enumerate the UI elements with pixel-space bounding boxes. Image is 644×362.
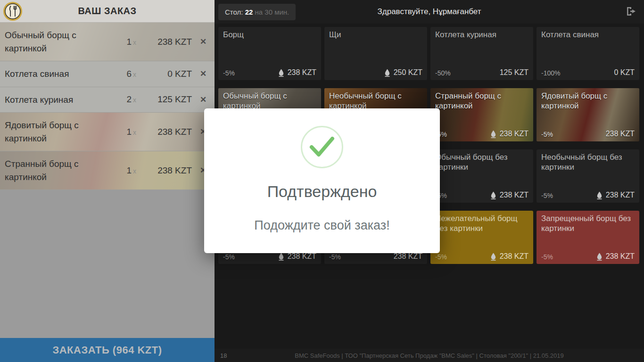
- times-icon: x: [133, 96, 136, 104]
- order-item: Обычный борщ с картинкой 1x 238 KZT ✕: [0, 23, 215, 61]
- item-price: 238 KZT: [136, 127, 192, 137]
- drop-icon: [490, 253, 496, 261]
- times-icon: x: [133, 167, 136, 175]
- price-label: 238 KZT: [490, 191, 528, 199]
- card-price-row: -5% 238 KZT: [541, 252, 635, 261]
- item-price: 0 KZT: [136, 69, 192, 79]
- drop-icon: [596, 253, 603, 261]
- drop-icon: [490, 130, 496, 138]
- logout-icon: [626, 6, 638, 17]
- confirmation-modal: Подтверждено Подождите свой заказ!: [204, 108, 440, 253]
- table-duration: на 30 мин.: [253, 8, 289, 16]
- card-price-row: 250 KZT: [329, 68, 422, 77]
- restaurant-logo-icon: [3, 1, 23, 21]
- menu-card[interactable]: Ядовитый борщ с картинкой -5% 238 KZT: [537, 88, 639, 141]
- item-name: Котлета куриная: [0, 93, 109, 107]
- card-price-row: -5% 238 KZT: [435, 252, 528, 261]
- order-item: Котлета свиная 6x 0 KZT ✕: [0, 61, 215, 87]
- price-label: 250 KZT: [384, 68, 422, 77]
- item-name: Странный борщ с картинкой: [0, 157, 109, 183]
- order-panel-title: ВАШ ЗАКАЗ: [78, 6, 136, 16]
- item-quantity: 6x: [109, 69, 136, 79]
- item-price: 238 KZT: [136, 165, 192, 176]
- price-label: 238 KZT: [278, 252, 316, 261]
- card-price-row: -50% 125 KZT: [435, 68, 528, 77]
- app-window: ВАШ ЗАКАЗ Обычный борщ с картинкой 1x 23…: [0, 0, 644, 362]
- table-label: Стол:: [225, 8, 245, 16]
- menu-card[interactable]: Обычный борщ без картинки -5% 238 KZT: [430, 149, 533, 203]
- card-price-row: -100% 0 KZT: [541, 68, 635, 77]
- order-item: Котлета куриная 2x 125 KZT ✕: [0, 87, 215, 113]
- discount-badge: -5%: [435, 253, 447, 261]
- card-price-row: -5% 238 KZT: [541, 191, 635, 199]
- drop-icon: [278, 253, 284, 261]
- order-item: Странный борщ с картинкой 1x 238 KZT ✕: [0, 151, 215, 190]
- discount-badge: -50%: [435, 69, 451, 77]
- item-price: 238 KZT: [136, 37, 192, 47]
- item-quantity: 2x: [109, 94, 136, 105]
- discount-badge: -100%: [541, 69, 560, 77]
- item-price: 125 KZT: [136, 94, 192, 105]
- times-icon: x: [133, 71, 136, 78]
- menu-card[interactable]: Борщ -5% 238 KZT: [218, 27, 321, 80]
- menu-card[interactable]: Щи 250 KZT: [324, 27, 427, 80]
- price-label: 125 KZT: [500, 68, 528, 77]
- discount-badge: -5%: [541, 192, 553, 199]
- card-price-row: -5% 238 KZT: [223, 68, 316, 77]
- price-label: 238 KZT: [490, 252, 528, 261]
- card-price-row: -5% 238 KZT: [435, 130, 528, 138]
- modal-subtitle: Подождите свой заказ!: [254, 218, 389, 233]
- discount-badge: -5%: [541, 131, 553, 138]
- topbar: Стол: 22 на 30 мин. Здравствуйте, Нұрмағ…: [215, 0, 644, 24]
- card-title: Нежелательный борщ без картинки: [435, 214, 528, 233]
- item-name: Котлета свиная: [0, 67, 109, 81]
- card-title: Котлета куриная: [435, 30, 528, 40]
- card-price-row: -5% 238 KZT: [329, 252, 422, 261]
- menu-card[interactable]: Странный борщ с картинкой -5% 238 KZT: [430, 88, 533, 141]
- drop-icon: [596, 191, 603, 199]
- order-panel-header: ВАШ ЗАКАЗ: [0, 0, 215, 23]
- order-items-list: Обычный борщ с картинкой 1x 238 KZT ✕ Ко…: [0, 23, 215, 190]
- card-title: Необычный борщ без картинки: [541, 153, 635, 172]
- item-quantity: 1x: [109, 127, 136, 137]
- card-price-row: -5% 238 KZT: [541, 130, 635, 138]
- order-item: Ядовитый борщ с картинкой 1x 238 KZT ✕: [0, 113, 215, 151]
- modal-title: Подтверждено: [267, 182, 377, 201]
- item-quantity: 1x: [109, 37, 136, 47]
- discount-badge: -5%: [223, 253, 235, 261]
- submit-order-button[interactable]: ЗАКАЗАТЬ (964 KZT): [0, 338, 215, 362]
- card-title: Обычный борщ без картинки: [435, 153, 528, 172]
- remove-item-button[interactable]: ✕: [192, 37, 215, 47]
- logout-button[interactable]: [625, 6, 638, 18]
- discount-badge: -5%: [329, 253, 341, 261]
- menu-card[interactable]: Необычный борщ без картинки -5% 238 KZT: [537, 149, 639, 203]
- footer: 18 BMC SafeFoods | ТОО "Партнерская Сеть…: [215, 349, 644, 362]
- drop-icon: [384, 69, 390, 77]
- remove-item-button[interactable]: ✕: [192, 95, 215, 105]
- price-label: 238 KZT: [596, 191, 635, 199]
- item-name: Ядовитый борщ с картинкой: [0, 119, 109, 145]
- card-title: Странный борщ с картинкой: [435, 91, 528, 111]
- menu-card[interactable]: Запрещенный борщ без картинки -5% 238 KZ…: [537, 211, 639, 264]
- discount-badge: -5%: [541, 253, 553, 261]
- price-label: 238 KZT: [606, 130, 635, 138]
- order-panel-spacer: [0, 190, 215, 338]
- times-icon: x: [133, 39, 136, 46]
- price-label: 238 KZT: [394, 252, 422, 261]
- menu-card[interactable]: Котлета куриная -50% 125 KZT: [430, 27, 533, 80]
- price-label: 238 KZT: [490, 130, 528, 138]
- drop-icon: [490, 191, 496, 199]
- card-title: Борщ: [223, 30, 316, 40]
- card-title: Котлета свиная: [541, 30, 635, 40]
- card-title: Ядовитый борщ с картинкой: [541, 91, 635, 111]
- menu-card[interactable]: Нежелательный борщ без картинки -5% 238 …: [430, 211, 533, 264]
- discount-badge: -5%: [223, 69, 235, 77]
- item-name: Обычный борщ с картинкой: [0, 29, 109, 55]
- success-check-icon: [301, 126, 343, 168]
- remove-item-button[interactable]: ✕: [192, 69, 215, 79]
- price-label: 238 KZT: [278, 68, 316, 77]
- menu-card[interactable]: Котлета свиная -100% 0 KZT: [537, 27, 639, 80]
- price-label: 238 KZT: [596, 252, 635, 261]
- card-title: Запрещенный борщ без картинки: [541, 214, 635, 233]
- card-title: Щи: [329, 30, 422, 40]
